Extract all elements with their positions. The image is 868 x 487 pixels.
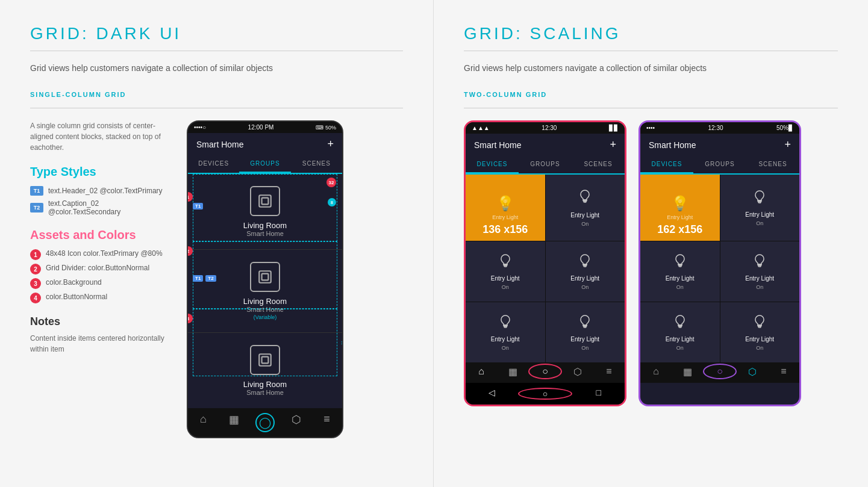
phone-tabs-left: DEVICES GROUPS SCENES: [188, 155, 342, 174]
badge-32: 32: [326, 178, 336, 187]
grid-cell-r1-2[interactable]: Entry Light On: [466, 241, 545, 302]
chart-nav-r1[interactable]: ▦: [497, 366, 528, 379]
nav-home-icon[interactable]: ⌂: [194, 413, 212, 432]
grid-cell-r1-3[interactable]: Entry Light On: [546, 241, 625, 302]
tab-devices-left[interactable]: DEVICES: [188, 155, 239, 173]
tab-groups-left[interactable]: GROUPS: [239, 155, 290, 173]
svg-rect-17: [758, 202, 761, 203]
item-icon-3: [250, 345, 280, 375]
cell-status-r2-5: On: [756, 345, 763, 351]
orange-sublabel-r1: Entry Light: [492, 214, 518, 220]
cell-name-r2-2: Entry Light: [666, 275, 695, 282]
cell-status-r1-2: On: [502, 284, 509, 290]
menu-nav-r2[interactable]: ≡: [768, 366, 799, 379]
asset-label-3: color.Background: [46, 278, 102, 287]
tab-scenes-r2[interactable]: SCENES: [746, 156, 799, 173]
cell-name-r2-4: Entry Light: [666, 336, 695, 343]
assets-title: Assets and Colors: [30, 228, 169, 242]
phone-header-r1: Smart Home +: [466, 134, 625, 156]
tab-devices-r2[interactable]: DEVICES: [640, 156, 693, 173]
asset-row-4: 4 color.ButtonNormal: [30, 293, 169, 303]
tab-scenes-r1[interactable]: SCENES: [572, 156, 625, 173]
item-sub-1: Smart Home: [246, 230, 284, 237]
type-label-1: text.Header_02 @color.TextPrimary: [48, 187, 163, 195]
cell-status-r1-4: On: [502, 345, 509, 351]
home-nav-r2[interactable]: ⌂: [640, 366, 672, 379]
svg-rect-4: [259, 354, 271, 366]
grid-cell-r2-1[interactable]: Entry Light On: [720, 175, 800, 241]
type-row-1: T1 text.Header_02 @color.TextPrimary: [30, 186, 169, 196]
grid-cell-orange-r2[interactable]: 💡 Entry Light 162 x156: [640, 175, 720, 241]
svg-rect-3: [262, 274, 269, 281]
left-title: GRID: DARK UI: [30, 24, 403, 43]
grid-cell-r1-5[interactable]: Entry Light On: [546, 302, 625, 362]
svg-rect-0: [259, 195, 271, 207]
app-title-r2: Smart Home: [649, 140, 696, 150]
phone-nav-left: ⌂ ▦ ◯ ⬡ ≡: [188, 408, 342, 437]
bulb-icon-r2-3: [752, 253, 767, 273]
t1t2-badges: T1 T2: [193, 275, 216, 282]
asset-badge-1: 1: [30, 249, 41, 260]
time-r1: 12:30: [542, 125, 557, 131]
tab-groups-r1[interactable]: GROUPS: [519, 156, 572, 173]
grid-cell-r2-5[interactable]: Entry Light On: [720, 302, 800, 362]
asset-row-2: 2 Grid Divider: color.ButtonNormal: [30, 264, 169, 275]
circle-nav-r2[interactable]: ○: [703, 364, 737, 379]
two-col-grid-r1: 💡 Entry Light 136 x156 Entry Light On: [466, 175, 625, 362]
nav-menu-icon[interactable]: ≡: [318, 413, 336, 432]
left-panel: GRID: DARK UI Grid views help customers …: [0, 0, 434, 487]
grid-cell-normal-r1-1[interactable]: Entry Light On: [546, 175, 625, 241]
grid-cell-r2-2[interactable]: Entry Light On: [640, 241, 720, 302]
grid-cell-r2-3[interactable]: Entry Light On: [720, 241, 800, 302]
phone-nav-r1: ⌂ ▦ ○ ⬡ ≡: [466, 362, 625, 383]
tab-groups-r2[interactable]: GROUPS: [693, 156, 746, 173]
orange-size-r1: 136 x156: [466, 223, 545, 236]
item-icon-1: [250, 186, 280, 216]
asset-badge-3: 3: [30, 278, 41, 289]
phone-nav-r2: ⌂ ▦ ○ ⬡ ≡: [640, 362, 799, 383]
circle-nav-r1[interactable]: ○: [528, 364, 562, 379]
bulb-icon-r1-2: [498, 253, 513, 273]
phone-body-left: 1 32 8 T1 Living Room: [188, 174, 342, 408]
asset-badge-4: 4: [30, 293, 41, 303]
svg-rect-21: [758, 265, 761, 267]
asset-row-1: 1 48x48 Icon color.TextPrimary @80%: [30, 249, 169, 260]
plus-icon-r1[interactable]: +: [610, 138, 616, 151]
phone-item-2[interactable]: T1 T2 Living Room Smart Home (Variable): [188, 250, 342, 333]
grid-cell-r1-4[interactable]: Entry Light On: [466, 302, 545, 362]
svg-rect-7: [584, 201, 586, 202]
phone-item-1[interactable]: 32 8 T1 Living Room Smart Home: [188, 174, 342, 250]
msg-nav-r2[interactable]: ⬡: [737, 366, 768, 379]
back-nav-r1[interactable]: ◁: [466, 388, 518, 400]
battery-left: 50%: [325, 125, 336, 131]
phone-status-bar-r2: •••• 12:30 50%▊: [640, 122, 799, 134]
grid-cell-orange-r1[interactable]: 💡 Entry Light 136 x156: [466, 175, 545, 241]
phone-item-3[interactable]: Living Room Smart Home: [188, 333, 342, 408]
bulb-icon-r1-1: [578, 189, 592, 209]
plus-icon-r2[interactable]: +: [784, 138, 791, 151]
assets-section: Assets and Colors 1 48x48 Icon color.Tex…: [30, 228, 169, 303]
svg-rect-25: [758, 326, 761, 327]
nav-circle-icon[interactable]: ◯: [255, 413, 275, 432]
home-android-r1[interactable]: ○: [518, 388, 573, 400]
svg-rect-15: [584, 326, 586, 327]
plus-icon[interactable]: +: [327, 138, 334, 150]
home-nav-r1[interactable]: ⌂: [466, 366, 497, 379]
tab-scenes-left[interactable]: SCENES: [291, 155, 342, 173]
phone-status-icons: ⌨ 50%: [316, 125, 336, 131]
square-nav-r1[interactable]: □: [572, 388, 625, 400]
svg-rect-9: [504, 265, 507, 267]
menu-nav-r1[interactable]: ≡: [593, 366, 625, 379]
grid-cell-r2-4[interactable]: Entry Light On: [640, 302, 720, 362]
nav-chart-icon[interactable]: ▦: [225, 413, 243, 432]
android-nav-r1: ◁ ○ □: [466, 383, 625, 405]
svg-rect-23: [679, 326, 681, 327]
type-badge-t1: T1: [30, 186, 43, 196]
phone-mockup-right-2: •••• 12:30 50%▊ Smart Home + DEVICES GRO…: [639, 120, 801, 406]
cell-status-r1-5: On: [581, 345, 589, 351]
chart-nav-r2[interactable]: ▦: [672, 366, 703, 379]
tab-devices-r1[interactable]: DEVICES: [466, 156, 519, 173]
nav-msg-icon[interactable]: ⬡: [287, 413, 305, 432]
phone-time-left: 12:00 PM: [248, 124, 274, 131]
msg-nav-r1[interactable]: ⬡: [562, 366, 593, 379]
